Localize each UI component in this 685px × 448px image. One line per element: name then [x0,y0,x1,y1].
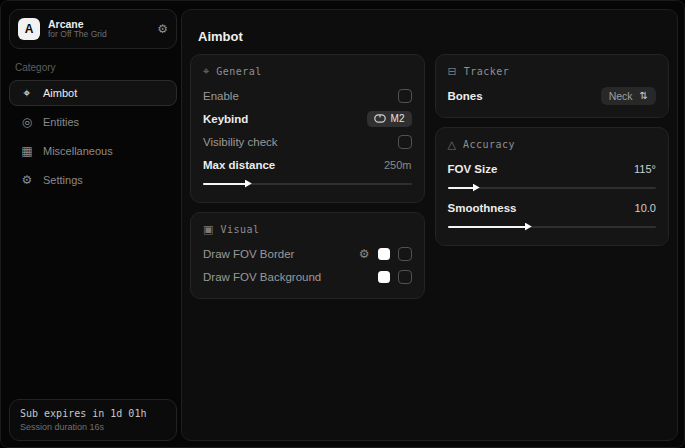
fov-size-row: FOV Size 115° [448,157,657,180]
updown-arrows-icon: ⇅ [640,90,648,101]
fov-size-label: FOV Size [448,163,498,175]
fov-border-label: Draw FOV Border [203,248,294,260]
sidebar-menu: ⌖ Aimbot ◎ Entities ▦ Miscellaneous ⚙ Se… [9,80,177,193]
app-window: A Arcane for Off The Grid ⚙ Category ⌖ A… [0,0,685,448]
keybind-value: M2 [391,113,405,124]
general-card: ⌖ General Enable Keybind M2 [190,54,425,203]
main-panel: Aimbot ⌖ General Enable Keybind [181,9,678,441]
fov-background-label: Draw FOV Background [203,271,321,283]
subscription-card: Sub expires in 1d 01h Session duration 1… [9,399,177,441]
fov-size-value: 115° [634,163,656,175]
accuracy-card: △ Accuracy FOV Size 115° Smoothness [435,127,670,246]
sidebar: A Arcane for Off The Grid ⚙ Category ⌖ A… [9,9,177,441]
slider-thumb[interactable] [245,180,252,188]
page-title: Aimbot [198,29,669,44]
fov-border-gear-icon[interactable]: ⚙ [359,247,370,261]
sidebar-item-label: Entities [43,116,79,128]
keybind-button[interactable]: M2 [367,111,412,127]
slider-thumb[interactable] [525,223,532,231]
fov-border-color-swatch[interactable] [378,248,390,260]
bones-row: Bones Neck ⇅ [448,84,657,107]
tracker-card: ⊟ Tracker Bones Neck ⇅ [435,54,670,118]
fov-border-row: Draw FOV Border ⚙ [203,242,412,265]
smoothness-slider[interactable] [448,222,657,231]
visual-card: ▣ Visual Draw FOV Border ⚙ Draw FOV Back… [190,212,425,299]
max-distance-slider[interactable] [203,179,412,188]
accuracy-card-header: △ Accuracy [448,138,657,151]
fov-background-checkbox[interactable] [398,270,412,284]
smoothness-value: 10.0 [635,202,656,214]
max-distance-row: Max distance 250m [203,153,412,176]
accuracy-icon: △ [448,138,456,151]
grid-icon: ▦ [20,144,34,158]
accuracy-card-title: Accuracy [463,139,515,150]
sidebar-item-miscellaneous[interactable]: ▦ Miscellaneous [9,138,177,164]
keybind-label: Keybind [203,113,248,125]
brand-card: A Arcane for Off The Grid ⚙ [9,9,177,49]
sidebar-item-aimbot[interactable]: ⌖ Aimbot [9,80,177,106]
crosshair-icon: ⌖ [20,86,34,100]
visual-card-header: ▣ Visual [203,223,412,236]
visual-card-title: Visual [220,224,259,235]
sidebar-item-entities[interactable]: ◎ Entities [9,109,177,135]
enable-row: Enable [203,84,412,107]
smoothness-label: Smoothness [448,202,517,214]
enable-checkbox[interactable] [398,89,412,103]
sidebar-item-label: Settings [43,174,83,186]
slider-thumb[interactable] [473,184,480,192]
sidebar-item-settings[interactable]: ⚙ Settings [9,167,177,193]
settings-gear-icon[interactable]: ⚙ [157,22,168,36]
sidebar-item-label: Aimbot [43,87,77,99]
app-logo: A [18,18,40,40]
session-duration-text: Session duration 16s [20,422,166,432]
slider-fill [448,187,475,189]
gear-icon: ⚙ [20,173,34,187]
tracker-icon: ⊟ [448,65,457,78]
enable-label: Enable [203,90,239,102]
tracker-card-header: ⊟ Tracker [448,65,657,78]
smoothness-row: Smoothness 10.0 [448,196,657,219]
keybind-row: Keybind M2 [203,107,412,130]
general-card-title: General [216,66,262,77]
slider-fill [448,226,527,228]
visibility-check-checkbox[interactable] [398,135,412,149]
mouse-icon [374,114,386,123]
fov-border-checkbox[interactable] [398,247,412,261]
category-label: Category [15,62,177,73]
brand-text: Arcane for Off The Grid [48,18,149,40]
sidebar-item-label: Miscellaneous [43,145,113,157]
max-distance-label: Max distance [203,159,275,171]
eye-icon: ◎ [20,115,34,129]
fov-background-color-swatch[interactable] [378,271,390,283]
visual-icon: ▣ [203,223,213,236]
general-icon: ⌖ [203,65,209,78]
sub-expires-text: Sub expires in 1d 01h [20,408,166,419]
max-distance-value: 250m [384,159,412,171]
fov-background-row: Draw FOV Background [203,265,412,288]
bones-label: Bones [448,90,483,102]
fov-size-slider[interactable] [448,183,657,192]
visibility-check-label: Visibility check [203,136,278,148]
tracker-card-title: Tracker [464,66,510,77]
general-card-header: ⌖ General [203,65,412,78]
bones-dropdown[interactable]: Neck ⇅ [601,87,656,105]
visibility-check-row: Visibility check [203,130,412,153]
bones-selected-value: Neck [609,90,633,102]
app-subtitle: for Off The Grid [48,30,149,40]
slider-fill [203,183,247,185]
